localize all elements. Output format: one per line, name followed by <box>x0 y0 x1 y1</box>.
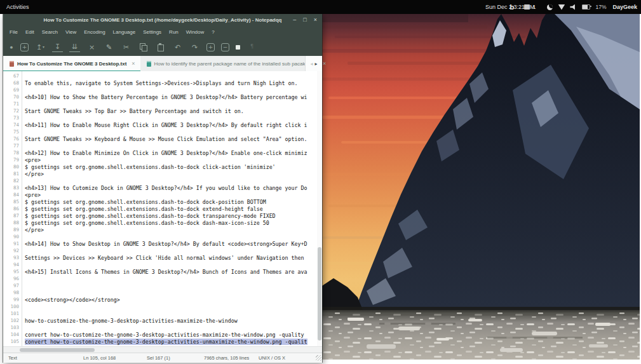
editor-line: Start GNOME Tweaks >> Top Bar >> Battery… <box>25 108 317 115</box>
editor-line: convert how-to-customize-the-gnome-3-des… <box>25 339 317 346</box>
menu-item-run[interactable]: Run <box>165 29 182 35</box>
pencil-icon[interactable]: ✎ <box>104 42 114 53</box>
keyboard-layout-count: 1 <box>532 4 536 10</box>
minimize-button[interactable]: – <box>293 17 296 23</box>
editor-line: <h4>15] Install Icons & Themes in GNOME … <box>25 269 317 276</box>
menu-item-edit[interactable]: Edit <box>22 29 38 35</box>
marker-icon[interactable]: ¶ <box>246 42 257 53</box>
editor-line: </pre> <box>25 171 317 178</box>
selected-text: convert how-to-customize-the-gnome-3-des… <box>25 339 307 345</box>
editor-line <box>25 101 317 108</box>
editor-line: $ gsettings set org.gnome.shell.extensio… <box>25 164 317 171</box>
status-document-stats: 7965 chars, 105 lines <box>204 355 249 361</box>
username-label: DayGeek <box>612 4 637 10</box>
vertical-scrollbar[interactable] <box>317 71 322 346</box>
editor-line: Settings >> Devices >> Keyboard >> Click… <box>25 255 317 262</box>
editor-line: <code><strong></code></strong> <box>25 297 317 304</box>
wifi-icon <box>558 4 565 10</box>
menu-item-file[interactable]: File <box>6 29 22 35</box>
menu-item-window[interactable]: Window <box>182 29 208 35</box>
line-number-gutter: 6768697071727374757677787980818283848586… <box>3 71 22 346</box>
tab-active[interactable]: How To Customize The GNOME 3 Desktop.txt… <box>3 56 140 71</box>
tab-bar: How To Customize The GNOME 3 Desktop.txt… <box>3 56 322 72</box>
paste-icon[interactable] <box>155 42 166 53</box>
editor-line <box>25 276 317 283</box>
editor-line <box>25 248 317 255</box>
zoom-out-icon[interactable]: − <box>221 43 229 51</box>
editor-line <box>25 262 317 269</box>
system-tray-menu[interactable]: b117%DayGeek <box>509 0 637 14</box>
copy-icon[interactable] <box>138 42 149 53</box>
editor-line: To enable this, navigate to System Setti… <box>25 80 317 87</box>
editor-line: $ gsettings set org.gnome.shell.extensio… <box>25 213 317 220</box>
window-controls: – □ × <box>293 14 317 25</box>
editor-line <box>25 115 317 122</box>
editor-line <box>25 87 317 94</box>
session-dot-icon[interactable]: ● <box>9 42 14 53</box>
tab-label: How to identify the parent package name … <box>154 61 318 67</box>
editor-line: $ gsettings set org.gnome.shell.extensio… <box>25 206 317 213</box>
gnome-top-bar: Activities Sun Dec 2 3:21 AM b117%DayGee… <box>0 0 641 14</box>
close-document-icon[interactable]: × <box>86 42 97 53</box>
notepadqq-window: How To Customize The GNOME 3 Desktop.txt… <box>3 14 322 362</box>
editor-line: <h4>11] How to Enable Mouse Right Click … <box>25 122 317 129</box>
save-icon[interactable]: ↧ <box>52 43 63 52</box>
menu-item-view[interactable]: View <box>62 29 80 35</box>
editor-line <box>25 304 317 311</box>
tab-scroll-right-icon[interactable]: ▸ <box>315 61 318 67</box>
status-bar: Text Ln 105, col 168 Sel 167 (1) 7965 ch… <box>3 353 322 363</box>
close-tab-icon[interactable]: × <box>323 60 326 67</box>
editor-line <box>25 129 317 136</box>
editor-line: convert how-to-customize-the-gnome-3-des… <box>25 332 317 339</box>
new-file-icon[interactable]: + <box>20 43 29 51</box>
tab-inactive[interactable]: How to identify the parent package name … <box>140 56 332 71</box>
editor-line: <h4>14] How to Show Desktop in GNOME 3 D… <box>25 241 317 248</box>
editor-line: Start GNOME Tweaks >> Keyboard & Mouse >… <box>25 136 317 143</box>
editor-line <box>25 325 317 332</box>
volume-icon <box>570 4 577 10</box>
close-tab-icon[interactable]: × <box>132 60 135 67</box>
code-area: To enable this, navigate to System Setti… <box>25 71 317 346</box>
editor-line: $ gsettings set org.gnome.shell.extensio… <box>25 199 317 206</box>
editor-line: <h4>10] How to Show the Battery Percenta… <box>25 94 317 101</box>
vertical-scrollbar-thumb[interactable] <box>318 247 321 340</box>
whitespace-icon[interactable] <box>236 45 240 50</box>
editor-line: </pre> <box>25 227 317 234</box>
open-file-icon[interactable]: ↥ <box>35 42 46 53</box>
status-selection: Sel 167 (1) <box>147 355 170 361</box>
editor-line <box>25 234 317 241</box>
menu-item-encoding[interactable]: Encoding <box>80 29 109 35</box>
document-icon <box>147 61 151 67</box>
tab-scroll-left-icon[interactable]: ◂ <box>310 61 313 67</box>
menu-item-help[interactable]: ? <box>208 29 218 35</box>
horizontal-scrollbar-thumb[interactable] <box>20 348 95 352</box>
maximize-button[interactable]: □ <box>303 17 306 23</box>
title-bar[interactable]: How To Customize The GNOME 3 Desktop.txt… <box>3 14 322 25</box>
redo-icon[interactable]: ↷ <box>189 42 200 53</box>
editor-line <box>25 290 317 297</box>
status-language-mode: Text <box>8 355 17 361</box>
menu-bar: FileEditSearchViewEncodingLanguageSettin… <box>6 25 322 38</box>
menu-item-language[interactable]: Language <box>109 29 140 35</box>
zoom-in-icon[interactable]: + <box>206 43 215 51</box>
battery-percentage: 17% <box>595 4 606 10</box>
menu-item-settings[interactable]: Settings <box>139 29 165 35</box>
window-chrome: How To Customize The GNOME 3 Desktop.txt… <box>3 14 322 56</box>
editor-line <box>25 178 317 185</box>
editor-line <box>25 311 317 318</box>
close-button[interactable]: × <box>314 17 317 23</box>
save-all-icon[interactable]: ⇊ <box>69 43 80 52</box>
bluetooth-icon: b <box>509 4 514 11</box>
editor[interactable]: 6768697071727374757677787980818283848586… <box>3 71 322 346</box>
window-title: How To Customize The GNOME 3 Desktop.txt… <box>3 17 322 23</box>
editor-line: <h4>12] How to Enable Minimize On Click … <box>25 150 317 157</box>
editor-line: <pre> <box>25 157 317 164</box>
resize-grip[interactable] <box>316 355 321 361</box>
editor-line <box>25 143 317 150</box>
activities-button[interactable]: Activities <box>6 4 29 10</box>
menu-item-search[interactable]: Search <box>38 29 62 35</box>
desktop-wallpaper <box>322 14 640 360</box>
editor-line <box>25 283 317 290</box>
cut-icon[interactable]: ✂ <box>121 42 132 53</box>
undo-icon[interactable]: ↶ <box>172 42 183 53</box>
